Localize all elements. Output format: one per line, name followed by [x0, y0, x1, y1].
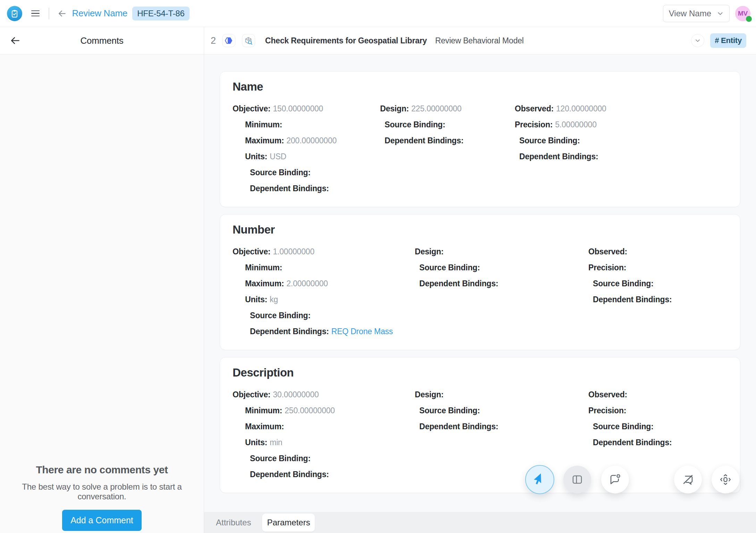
chevron-down-icon: [716, 9, 724, 18]
view-name-label: View Name: [669, 9, 711, 18]
comments-sidebar-header: Comments: [0, 27, 204, 54]
param-label: Dependent Bindings:: [250, 470, 329, 479]
tab-parameters[interactable]: Parameters: [262, 514, 315, 532]
tab-attributes[interactable]: Attributes: [212, 514, 254, 531]
parameter-card-title: Number: [233, 223, 728, 236]
param-label: Maximum:: [245, 422, 284, 431]
param-label: Dependent Bindings:: [385, 136, 463, 145]
param-label: Objective:: [233, 104, 270, 113]
clipboard-logo-icon: [10, 9, 19, 18]
collapse-chevron-button[interactable]: [691, 34, 704, 47]
param-row: Precision:5.00000000: [515, 117, 728, 133]
param-row: Minimum:: [233, 117, 380, 133]
comments-panel-title: Comments: [0, 35, 204, 46]
param-label: Observed:: [588, 247, 627, 256]
param-label: Source Binding:: [250, 454, 311, 463]
param-label: Source Binding:: [593, 279, 654, 288]
param-label: Minimum:: [245, 263, 282, 272]
param-label: Units:: [245, 295, 267, 304]
param-value: 5.00000000: [555, 120, 597, 129]
hamburger-menu-icon[interactable]: [30, 9, 41, 18]
parameters-scroll-area[interactable]: Name Objective:150.00000000Minimum:Maxim…: [204, 54, 756, 512]
param-label: Source Binding:: [519, 136, 580, 145]
param-row: Precision:: [588, 403, 728, 418]
param-row: Units:min: [233, 434, 415, 450]
param-row: Source Binding:: [515, 133, 728, 149]
param-row: Observed:120.00000000: [515, 101, 728, 117]
param-label: Maximum:: [245, 279, 284, 288]
param-label: Design:: [415, 247, 444, 256]
param-label: Dependent Bindings:: [250, 184, 329, 193]
param-row: Source Binding:: [233, 307, 415, 323]
param-label: Dependent Bindings:: [419, 422, 498, 431]
pointer-cursor-icon: [533, 473, 546, 486]
dependent-binding-link[interactable]: REQ Drone Mass: [331, 327, 393, 336]
param-row: Maximum:: [233, 418, 415, 434]
behavior-model-button[interactable]: [222, 34, 235, 47]
param-value: 200.00000000: [286, 136, 337, 145]
param-column: Design:Source Binding:Dependent Bindings…: [415, 387, 588, 482]
param-row: Source Binding:: [380, 117, 515, 133]
view-name-dropdown[interactable]: View Name: [663, 5, 730, 22]
param-label: Source Binding:: [593, 422, 654, 431]
app-logo[interactable]: [7, 6, 22, 21]
param-label: Source Binding:: [419, 406, 480, 415]
param-row: Maximum:2.00000000: [233, 276, 415, 291]
topbar: Review Name HFE-54-T-86 View Name MV: [0, 0, 756, 27]
param-row: Objective:150.00000000: [233, 101, 380, 117]
back-arrow-icon[interactable]: [56, 7, 69, 20]
review-name-link[interactable]: Review Name: [72, 8, 128, 19]
parameter-card-grid: Objective:150.00000000Minimum:Maximum:20…: [233, 101, 728, 196]
param-label: Dependent Bindings:: [519, 152, 598, 161]
parameter-card-grid: Objective:1.00000000Minimum:Maximum:2.00…: [233, 244, 728, 339]
entity-count: 2: [211, 35, 216, 46]
param-row: Dependent Bindings:: [380, 133, 515, 149]
topbar-right: View Name MV: [663, 5, 750, 22]
param-row: Objective:1.00000000: [233, 244, 415, 260]
main-area: 2: [204, 27, 756, 533]
param-value: kg: [270, 295, 278, 304]
online-status-dot: [746, 16, 752, 22]
comments-sidebar: Comments There are no comments yet The b…: [0, 27, 204, 533]
param-value: 150.00000000: [273, 104, 323, 113]
hide-comments-button[interactable]: [674, 466, 702, 493]
param-column: Objective:1.00000000Minimum:Maximum:2.00…: [233, 244, 415, 339]
param-label: Observed:: [515, 104, 554, 113]
param-row: Dependent Bindings:: [415, 418, 588, 434]
param-label: Source Binding:: [250, 311, 311, 320]
param-label: Minimum:: [245, 406, 282, 415]
select-tool-button[interactable]: [525, 465, 554, 494]
param-column: Objective:30.00000000Minimum:250.0000000…: [233, 387, 415, 482]
footer-tabbar: Attributes Parameters: [204, 512, 756, 533]
sidebar-back-arrow-icon[interactable]: [8, 34, 22, 48]
chevron-down-icon: [694, 37, 702, 44]
split-panel-button[interactable]: [563, 466, 591, 493]
add-comment-button[interactable]: Add a Comment: [62, 510, 142, 531]
param-label: Precision:: [588, 263, 626, 272]
param-row: Minimum:250.00000000: [233, 403, 415, 418]
add-comment-icon: [609, 473, 621, 486]
param-row: Dependent Bindings:REQ Drone Mass: [233, 323, 415, 339]
entity-header-right: # Entity: [691, 33, 746, 48]
param-row: Dependent Bindings:: [233, 180, 380, 196]
avatar-initials: MV: [738, 10, 748, 17]
param-label: Dependent Bindings:: [250, 327, 329, 336]
cube-search-icon: [244, 36, 253, 45]
entity-title: Check Requirements for Geospatial Librar…: [265, 36, 427, 45]
param-column: Design:Source Binding:Dependent Bindings…: [415, 244, 588, 339]
model-inspect-button[interactable]: [242, 34, 255, 47]
param-value: 225.00000000: [411, 104, 462, 113]
add-comment-tool-button[interactable]: [601, 466, 629, 493]
entity-header: 2: [204, 27, 756, 54]
param-row: Dependent Bindings:: [233, 466, 415, 482]
avatar[interactable]: MV: [735, 6, 750, 21]
param-label: Objective:: [233, 247, 270, 256]
param-row: Observed:: [588, 244, 728, 260]
param-value: USD: [270, 152, 286, 161]
pan-move-button[interactable]: [712, 466, 739, 493]
param-row: Units:kg: [233, 291, 415, 307]
param-row: Design:: [415, 387, 588, 403]
param-row: Source Binding:: [415, 260, 588, 276]
param-label: Minimum:: [245, 120, 282, 129]
param-label: Design:: [380, 104, 409, 113]
